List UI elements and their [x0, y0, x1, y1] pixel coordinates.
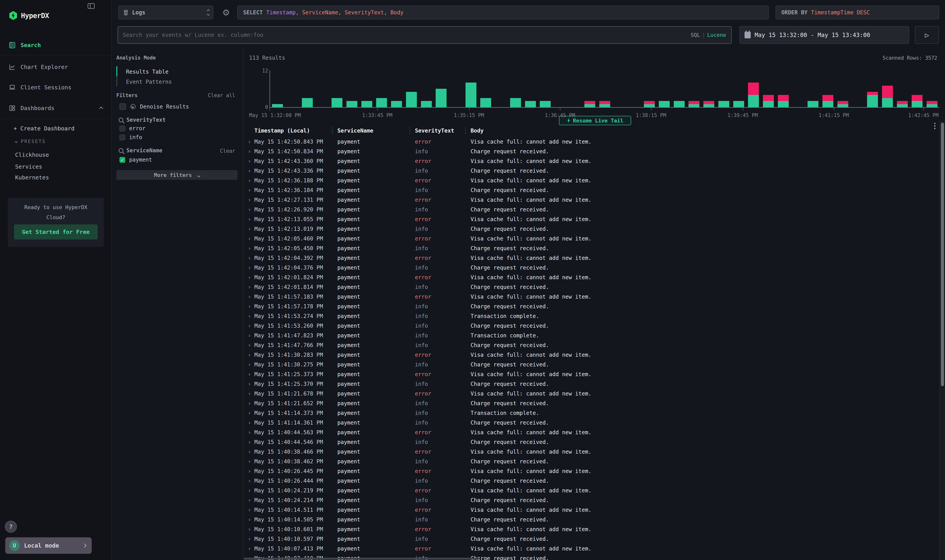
- table-row[interactable]: ›May 15 1:41:47.766 PMpaymentinfoCharge …: [243, 340, 939, 350]
- expand-row-chevron-icon[interactable]: ›: [248, 284, 251, 290]
- expand-row-chevron-icon[interactable]: ›: [248, 545, 251, 552]
- resume-live-tail-button[interactable]: Resume Live Tail: [559, 116, 631, 125]
- filter-option-label[interactable]: payment: [129, 157, 152, 163]
- table-row[interactable]: ›May 15 1:41:25.373 PMpaymenterrorVisa c…: [243, 369, 939, 379]
- table-row[interactable]: ›May 15 1:40:38.462 PMpaymentinfoCharge …: [243, 456, 939, 466]
- table-row[interactable]: ›May 15 1:40:24.214 PMpaymentinfoCharge …: [243, 495, 939, 505]
- info-checkbox[interactable]: [119, 134, 125, 140]
- expand-row-chevron-icon[interactable]: ›: [248, 478, 251, 484]
- table-row[interactable]: ›May 15 1:42:36.184 PMpaymentinfoCharge …: [243, 185, 939, 195]
- filter-option-label[interactable]: info: [129, 134, 142, 140]
- table-options-kebab-icon[interactable]: [931, 122, 939, 133]
- table-row[interactable]: ›May 15 1:42:36.188 PMpaymenterrorVisa c…: [243, 175, 939, 185]
- expand-row-chevron-icon[interactable]: ›: [248, 352, 251, 358]
- column-header-timestamp[interactable]: Timestamp (Local): [254, 128, 310, 134]
- expand-row-chevron-icon[interactable]: ›: [248, 342, 251, 348]
- create-dashboard-button[interactable]: + Create Dashboard: [14, 125, 74, 132]
- gear-icon[interactable]: ⚙: [220, 5, 232, 20]
- sidebar-preset-services[interactable]: Services: [15, 163, 42, 170]
- sidebar-item-client-sessions[interactable]: Client Sessions: [9, 83, 71, 92]
- search-input[interactable]: [118, 32, 731, 38]
- table-row[interactable]: ›May 15 1:41:53.260 PMpaymentinfoCharge …: [243, 321, 939, 331]
- expand-row-chevron-icon[interactable]: ›: [248, 526, 251, 532]
- expand-row-chevron-icon[interactable]: ›: [248, 148, 251, 155]
- expand-row-chevron-icon[interactable]: ›: [248, 255, 251, 261]
- table-row[interactable]: ›May 15 1:42:50.843 PMpaymenterrorVisa c…: [243, 137, 939, 146]
- table-row[interactable]: ›May 15 1:42:27.131 PMpaymenterrorVisa c…: [243, 195, 939, 205]
- table-row[interactable]: ›May 15 1:42:04.392 PMpaymenterrorVisa c…: [243, 253, 939, 263]
- table-row[interactable]: ›May 15 1:42:01.814 PMpaymentinfoCharge …: [243, 282, 939, 292]
- denoise-checkbox[interactable]: [119, 103, 126, 110]
- table-row[interactable]: ›May 15 1:42:01.824 PMpaymenterrorVisa c…: [243, 272, 939, 282]
- table-row[interactable]: ›May 15 1:42:04.376 PMpaymentinfoCharge …: [243, 263, 939, 272]
- column-header-servicename[interactable]: ServiceName: [338, 128, 373, 134]
- expand-row-chevron-icon[interactable]: ›: [248, 439, 251, 445]
- search-icon[interactable]: [119, 148, 123, 153]
- expand-row-chevron-icon[interactable]: ›: [248, 371, 251, 377]
- error-checkbox[interactable]: [119, 126, 125, 131]
- expand-row-chevron-icon[interactable]: ›: [248, 458, 251, 465]
- table-row[interactable]: ›May 15 1:42:43.336 PMpaymentinfoCharge …: [243, 166, 939, 175]
- get-started-button[interactable]: Get Started for Free: [14, 225, 98, 240]
- order-by-editor[interactable]: ORDER BY TimestampTime DESC: [775, 6, 939, 19]
- expand-row-chevron-icon[interactable]: ›: [248, 216, 251, 222]
- table-row[interactable]: ›May 15 1:42:26.920 PMpaymentinfoCharge …: [243, 205, 939, 214]
- table-row[interactable]: ›May 15 1:42:50.834 PMpaymentinfoCharge …: [243, 146, 939, 156]
- sidebar-item-chart-explorer[interactable]: Chart Explorer: [9, 62, 68, 72]
- expand-row-chevron-icon[interactable]: ›: [248, 449, 251, 455]
- expand-row-chevron-icon[interactable]: ›: [248, 265, 251, 271]
- column-header-body[interactable]: Body: [470, 128, 484, 134]
- expand-row-chevron-icon[interactable]: ›: [248, 187, 251, 193]
- tab-results-table[interactable]: Results Table: [126, 69, 168, 75]
- column-separator[interactable]: [332, 127, 333, 134]
- expand-row-chevron-icon[interactable]: ›: [248, 429, 251, 435]
- table-row[interactable]: ›May 15 1:42:13.019 PMpaymentinfoCharge …: [243, 224, 939, 234]
- expand-row-chevron-icon[interactable]: ›: [248, 294, 251, 300]
- table-row[interactable]: ›May 15 1:41:25.370 PMpaymentinfoCharge …: [243, 379, 939, 389]
- table-row[interactable]: ›May 15 1:41:57.183 PMpaymenterrorVisa c…: [243, 292, 939, 301]
- table-row[interactable]: ›May 15 1:41:14.361 PMpaymentinfoCharge …: [243, 418, 939, 427]
- expand-row-chevron-icon[interactable]: ›: [248, 468, 251, 474]
- expand-row-chevron-icon[interactable]: ›: [248, 274, 251, 281]
- clear-all-link[interactable]: Clear all: [208, 92, 235, 98]
- horizontal-scrollbar-thumb[interactable]: [244, 558, 480, 560]
- expand-row-chevron-icon[interactable]: ›: [248, 158, 251, 164]
- expand-row-chevron-icon[interactable]: ›: [248, 245, 251, 252]
- run-query-button[interactable]: ▷: [915, 26, 939, 44]
- expand-row-chevron-icon[interactable]: ›: [248, 168, 251, 174]
- sidebar-preset-kubernetes[interactable]: Kubernetes: [15, 174, 49, 181]
- table-row[interactable]: ›May 15 1:40:38.466 PMpaymenterrorVisa c…: [243, 447, 939, 456]
- table-row[interactable]: ›May 15 1:41:57.178 PMpaymentinfoCharge …: [243, 301, 939, 311]
- vertical-scrollbar-thumb[interactable]: [941, 123, 944, 386]
- expand-row-chevron-icon[interactable]: ›: [248, 362, 251, 368]
- vertical-scrollbar[interactable]: [939, 121, 945, 560]
- expand-row-chevron-icon[interactable]: ›: [248, 235, 251, 242]
- table-row[interactable]: ›May 15 1:40:24.219 PMpaymenterrorVisa c…: [243, 485, 939, 495]
- expand-row-chevron-icon[interactable]: ›: [248, 138, 251, 145]
- expand-row-chevron-icon[interactable]: ›: [248, 313, 251, 319]
- expand-row-chevron-icon[interactable]: ›: [248, 391, 251, 397]
- table-row[interactable]: ›May 15 1:40:44.563 PMpaymenterrorVisa c…: [243, 427, 939, 437]
- expand-row-chevron-icon[interactable]: ›: [248, 487, 251, 494]
- column-header-severitytext[interactable]: SeverityText: [415, 128, 454, 134]
- table-row[interactable]: ›May 15 1:42:13.055 PMpaymenterrorVisa c…: [243, 214, 939, 224]
- expand-row-chevron-icon[interactable]: ›: [248, 420, 251, 426]
- expand-row-chevron-icon[interactable]: ›: [248, 177, 251, 184]
- table-row[interactable]: ›May 15 1:42:05.460 PMpaymenterrorVisa c…: [243, 234, 939, 243]
- table-row[interactable]: ›May 15 1:40:10.597 PMpaymentinfoCharge …: [243, 534, 939, 543]
- table-row[interactable]: ›May 15 1:40:14.505 PMpaymentinfoCharge …: [243, 514, 939, 524]
- table-row[interactable]: ›May 15 1:40:44.546 PMpaymentinfoCharge …: [243, 437, 939, 447]
- expand-row-chevron-icon[interactable]: ›: [248, 381, 251, 387]
- expand-row-chevron-icon[interactable]: ›: [248, 410, 251, 416]
- filter-option-label[interactable]: error: [129, 125, 145, 132]
- tab-event-patterns[interactable]: Event Patterns: [126, 78, 172, 85]
- time-range-picker[interactable]: May 15 13:32:00 - May 15 13:43:00: [740, 26, 909, 44]
- table-row[interactable]: ›May 15 1:41:30.275 PMpaymentinfoCharge …: [243, 360, 939, 369]
- expand-row-chevron-icon[interactable]: ›: [248, 332, 251, 339]
- mode-sql[interactable]: SQL: [691, 32, 700, 38]
- table-row[interactable]: ›May 15 1:41:53.274 PMpaymentinfoTransac…: [243, 311, 939, 321]
- sidebar-preset-clickhouse[interactable]: Clickhouse: [15, 152, 49, 158]
- expand-row-chevron-icon[interactable]: ›: [248, 400, 251, 406]
- mode-lucene[interactable]: Lucene: [707, 32, 726, 38]
- table-row[interactable]: ›May 15 1:40:07.413 PMpaymenterrorVisa c…: [243, 543, 939, 553]
